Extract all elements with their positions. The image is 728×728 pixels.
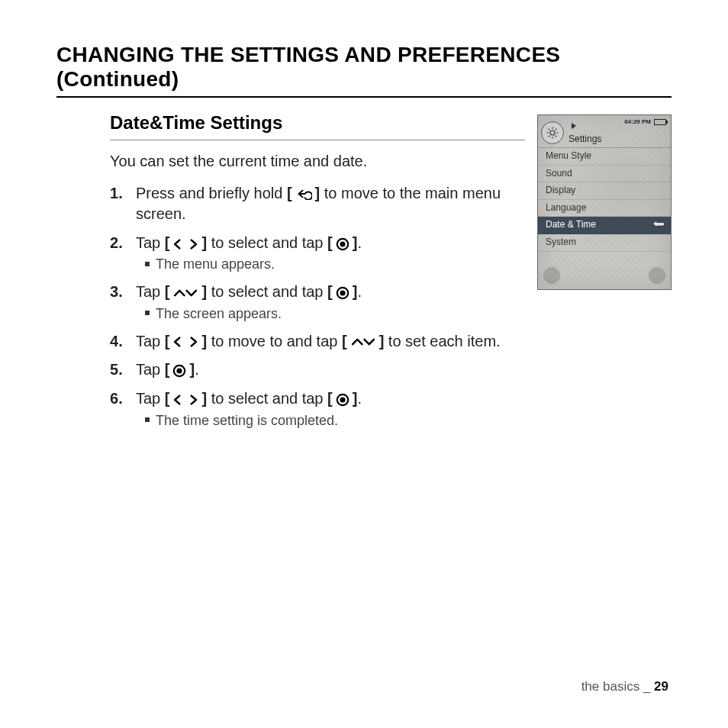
device-menu: Menu StyleSoundDisplayLanguageDate & Tim… <box>538 147 671 252</box>
svg-point-3 <box>340 290 345 295</box>
steps-list: Press and briefly hold [ ] to move to th… <box>110 183 525 430</box>
device-menu-item: System <box>538 234 671 252</box>
svg-point-7 <box>340 397 345 402</box>
select-circle-icon <box>336 286 350 300</box>
page-number: 29 <box>654 679 668 694</box>
page-title: CHANGING THE SETTINGS AND PREFERENCES (C… <box>56 43 672 98</box>
battery-icon <box>654 119 666 125</box>
left-right-arrows-icon <box>172 336 198 348</box>
select-circle-icon <box>336 393 350 407</box>
step-item: Press and briefly hold [ ] to move to th… <box>110 183 525 225</box>
footer-section-label: the basics <box>581 679 640 694</box>
device-menu-item: Sound <box>538 166 671 183</box>
text-column: Date&Time Settings You can set the curre… <box>110 110 525 437</box>
step-item: Tap [ ] to move to and tap [ ] to set ea… <box>110 331 525 353</box>
left-right-arrows-icon <box>172 394 198 406</box>
step-item: Tap [ ]. <box>110 359 525 381</box>
step-sub: The menu appears. <box>136 255 525 274</box>
back-arrow-icon <box>295 188 312 200</box>
section-title: Date&Time Settings <box>110 110 525 140</box>
svg-point-1 <box>340 241 345 246</box>
gear-icon <box>541 121 564 144</box>
device-screenshot: Settings 04:29 PM Menu StyleSoundDisplay… <box>537 114 672 290</box>
page-footer: the basics _ 29 <box>581 679 668 694</box>
device-menu-item: Language <box>538 200 671 217</box>
step-sub: The time setting is completed. <box>136 411 525 430</box>
pointer-hand-icon <box>651 218 666 229</box>
up-down-arrows-icon <box>350 336 376 348</box>
device-menu-item: Menu Style <box>538 148 671 166</box>
step-item: Tap [ ] to select and tap [ ].The screen… <box>110 282 525 323</box>
select-circle-icon <box>336 237 350 251</box>
device-time: 04:29 PM <box>624 118 651 125</box>
select-circle-icon <box>172 364 186 378</box>
step-item: Tap [ ] to select and tap [ ].The time s… <box>110 388 525 430</box>
step-sub: The screen appears. <box>136 304 525 324</box>
step-item: Tap [ ] to select and tap [ ].The menu a… <box>110 233 525 274</box>
device-title: Settings <box>569 134 601 144</box>
svg-point-5 <box>177 368 182 373</box>
intro-text: You can set the current time and date. <box>110 151 525 172</box>
left-right-arrows-icon <box>172 238 198 250</box>
up-down-arrows-icon <box>172 287 198 299</box>
play-triangle-icon <box>572 123 576 129</box>
svg-point-8 <box>550 130 555 135</box>
device-menu-item: Display <box>538 182 671 200</box>
device-menu-item: Date & Time <box>538 217 671 234</box>
footer-sep: _ <box>639 679 654 694</box>
